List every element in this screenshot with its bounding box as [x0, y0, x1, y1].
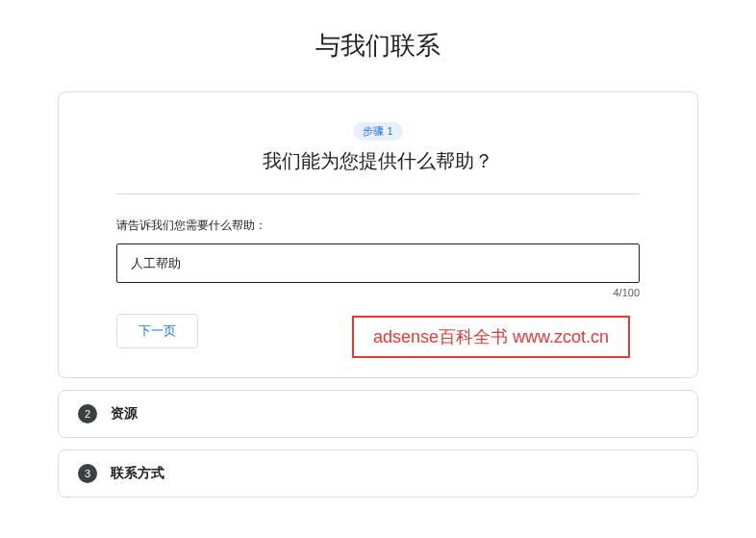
step-number-icon: 3: [78, 464, 97, 483]
step-1-header: 步骤 1 我们能为您提供什么帮助？: [116, 121, 640, 194]
watermark-box: adsense百科全书 www.zcot.cn: [352, 316, 630, 358]
help-input[interactable]: [116, 243, 640, 283]
step-3-card[interactable]: 3 联系方式: [58, 449, 698, 498]
step-3-title: 联系方式: [111, 465, 164, 482]
next-button[interactable]: 下一页: [116, 314, 198, 348]
help-input-label: 请告诉我们您需要什么帮助：: [116, 218, 640, 234]
page-title: 与我们联系: [58, 29, 698, 63]
step-1-card: 步骤 1 我们能为您提供什么帮助？ 请告诉我们您需要什么帮助： 4/100 下一…: [58, 91, 698, 378]
step-badge: 步骤 1: [353, 122, 402, 141]
step-question: 我们能为您提供什么帮助？: [116, 148, 640, 174]
step-number-icon: 2: [78, 404, 97, 423]
char-counter: 4/100: [116, 287, 640, 298]
step-2-title: 资源: [111, 405, 138, 423]
step-2-card[interactable]: 2 资源: [58, 390, 698, 438]
watermark-text: adsense百科全书 www.zcot.cn: [373, 327, 609, 346]
